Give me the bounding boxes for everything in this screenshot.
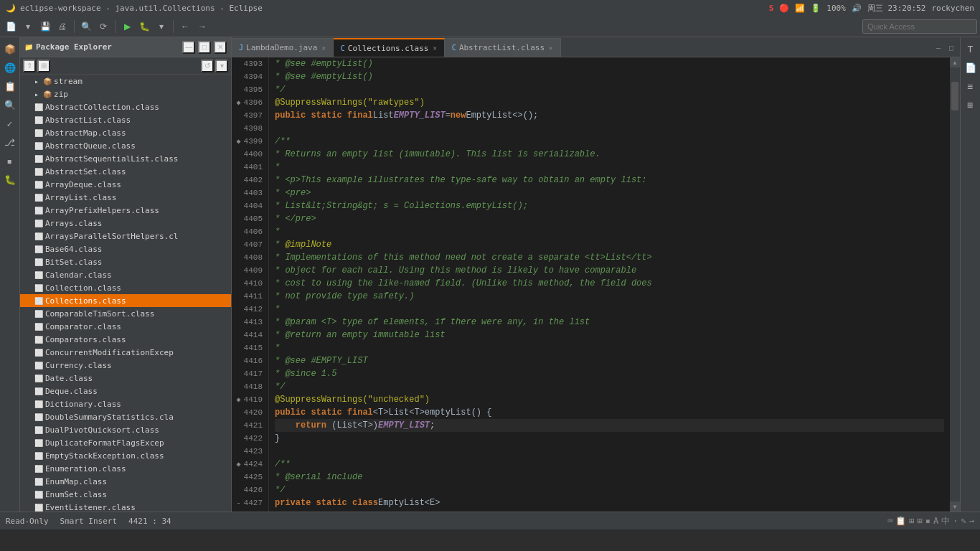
line-indicator[interactable]: - [235,499,241,507]
tab-abstractlist-close[interactable]: ✕ [549,44,552,52]
status-icon-4[interactable]: ⊞ [918,516,923,526]
pe-item-dualpivotquicksortclass[interactable]: ⬜DualPivotQuicksort.class [20,423,231,436]
pe-collapse-btn[interactable]: ⇑ [23,60,36,72]
status-icon-7[interactable]: 中 [941,515,950,527]
line-indicator[interactable]: ◆ [235,395,241,404]
status-icon-2[interactable]: 📋 [895,516,906,526]
pe-item-arraysparallelsorthelperscl[interactable]: ⬜ArraysParallelSortHelpers.cl [20,230,231,242]
pe-item-arraydequeclass[interactable]: ⬜ArrayDeque.class [20,178,231,191]
pe-item-stream[interactable]: ▸ 📦stream [20,75,231,88]
pe-sync-btn[interactable]: ↺ [201,60,214,72]
pe-item-comparatorclass[interactable]: ⬜Comparator.class [20,320,231,333]
tab-collections-close[interactable]: ✕ [433,44,436,52]
pe-item-abstractcollectionclass[interactable]: ⬜AbstractCollection.class [20,100,231,113]
line-indicator[interactable]: ◆ [235,460,241,468]
status-icon-6[interactable]: A [933,516,938,526]
right-icon-2[interactable]: 📄 [962,59,979,76]
pe-item-enumsetclass[interactable]: ⬜EnumSet.class [20,488,231,501]
pe-item-bitsetclass[interactable]: ⬜BitSet.class [20,255,231,268]
status-icon-5[interactable]: ▪ [925,516,930,526]
scroll-track[interactable] [950,67,960,501]
pe-item-dictionaryclass[interactable]: ⬜Dictionary.class [20,397,231,410]
scroll-up-btn[interactable]: ▲ [950,57,960,67]
tab-minimize-btn[interactable]: — [933,42,944,53]
scroll-down-btn[interactable]: ▼ [950,501,960,512]
pe-item-comparabletimsortclass[interactable]: ⬜ComparableTimSort.class [20,307,231,320]
code-editor[interactable]: 439343944395◆439643974398◆43994400440144… [232,57,960,512]
tab-collections[interactable]: C Collections.class ✕ [334,38,445,57]
pe-item-currencyclass[interactable]: ⬜Currency.class [20,359,231,372]
status-icon-10[interactable]: → [969,516,974,526]
pe-item-concurrentmodificationexcep[interactable]: ⬜ConcurrentModificationExcep [20,346,231,359]
right-icon-1[interactable]: T [962,40,979,57]
scroll-thumb[interactable] [951,82,958,110]
status-icon-8[interactable]: · [953,516,958,526]
tab-maximize-btn[interactable]: □ [946,42,957,53]
sidebar-icon-package[interactable]: 📦 [1,40,19,57]
toolbar-btn-5[interactable]: ← [177,19,193,34]
status-icon-3[interactable]: ⊞ [909,516,914,526]
pe-item-dequeclass[interactable]: ⬜Deque.class [20,385,231,397]
toolbar-btn-6[interactable]: → [194,19,210,34]
new-button[interactable]: 📄 [3,19,19,34]
right-icon-4[interactable]: ⊞ [962,96,979,113]
pe-menu-btn[interactable]: ▾ [215,60,228,72]
pe-item-arraysclass[interactable]: ⬜Arrays.class [20,217,231,230]
toolbar-btn-2[interactable]: ▾ [20,19,36,34]
pe-item-duplicateformatflagsexcep[interactable]: ⬜DuplicateFormatFlagsExcep [20,436,231,449]
sidebar-icon-hierarchy[interactable]: 🌐 [1,59,19,76]
pe-item-calendarclass[interactable]: ⬜Calendar.class [20,268,231,281]
pe-item-abstractqueueclass[interactable]: ⬜AbstractQueue.class [20,139,231,152]
right-icon-3[interactable]: ≡ [962,77,979,95]
tab-lambdademo[interactable]: J LambdaDemo.java ✕ [232,38,334,57]
code-line-4412: * [275,303,944,316]
toolbar-btn-4[interactable]: ▾ [154,19,169,34]
pe-item-emptystackexceptionclass[interactable]: ⬜EmptyStackException.class [20,449,231,462]
status-icon-1[interactable]: ⌨ [887,516,892,526]
pe-item-comparatorsclass[interactable]: ⬜Comparators.class [20,333,231,346]
pe-item-eventlistenerclass[interactable]: ⬜EventListener.class [20,501,231,512]
quick-access-input[interactable] [862,19,977,34]
code-line-4428: extends AbstractList<E> [275,509,944,512]
pe-item-arraylistclass[interactable]: ⬜ArrayList.class [20,191,231,204]
save-button[interactable]: 💾 [37,19,53,34]
right-scrollbar[interactable]: ▲ ▼ [950,57,960,512]
pe-item-zip[interactable]: ▸ 📦zip [20,88,231,100]
pe-filter-btn[interactable]: ⊞ [37,60,50,72]
pe-item-abstractsetclass[interactable]: ⬜AbstractSet.class [20,165,231,178]
print-button[interactable]: 🖨 [55,19,70,34]
pe-item-arrayprefixhelpersclass[interactable]: ⬜ArrayPrefixHelpers.class [20,204,231,217]
sidebar-icon-tasks[interactable]: ✓ [1,115,19,132]
line-indicator[interactable]: ◆ [235,98,241,107]
sidebar-icon-outline[interactable]: 📋 [1,77,19,95]
debug-button[interactable]: 🐛 [136,19,152,34]
pe-item-doublesummarystatisticscla[interactable]: ⬜DoubleSummaryStatistics.cla [20,410,231,423]
pe-item-abstractsequentiallistclass[interactable]: ⬜AbstractSequentialList.class [20,152,231,165]
pe-item-label: Arrays.class [45,219,102,228]
run-button[interactable]: ▶ [119,19,135,34]
search-toolbar-btn[interactable]: 🔍 [78,19,94,34]
pe-item-collectionsclass[interactable]: ⬜Collections.class [20,294,231,307]
pe-minimize-btn[interactable]: — [182,41,195,54]
item-icon: ⬜ [34,129,43,137]
pe-item-abstractlistclass[interactable]: ⬜AbstractList.class [20,113,231,126]
status-icon-9[interactable]: ✎ [961,516,966,526]
line-indicator[interactable]: ◆ [235,137,241,146]
pe-maximize-btn[interactable]: □ [198,41,211,54]
sidebar-icon-git[interactable]: ⎇ [1,133,19,151]
pe-item-enummapclass[interactable]: ⬜EnumMap.class [20,475,231,488]
toolbar-btn-3[interactable]: ⟳ [95,19,111,34]
pe-item-abstractmapclass[interactable]: ⬜AbstractMap.class [20,126,231,139]
pe-item-dateclass[interactable]: ⬜Date.class [20,372,231,385]
sidebar-icon-terminal[interactable]: ▪ [1,152,19,169]
sidebar-icon-debug[interactable]: 🐛 [1,171,19,188]
pe-item-base64class[interactable]: ⬜Base64.class [20,242,231,255]
tab-abstractlist[interactable]: C AbstractList.class ✕ [445,38,561,57]
code-content[interactable]: * @see #emptyList() * @see #emptyList() … [269,57,950,512]
pe-item-enumerationclass[interactable]: ⬜Enumeration.class [20,462,231,475]
pe-item-collectionclass[interactable]: ⬜Collection.class [20,281,231,294]
pe-close-btn[interactable]: ✕ [214,41,227,54]
tab-lambdademo-close[interactable]: ✕ [321,44,325,52]
line-number: 4416 [244,357,263,365]
sidebar-icon-search[interactable]: 🔍 [1,96,19,113]
